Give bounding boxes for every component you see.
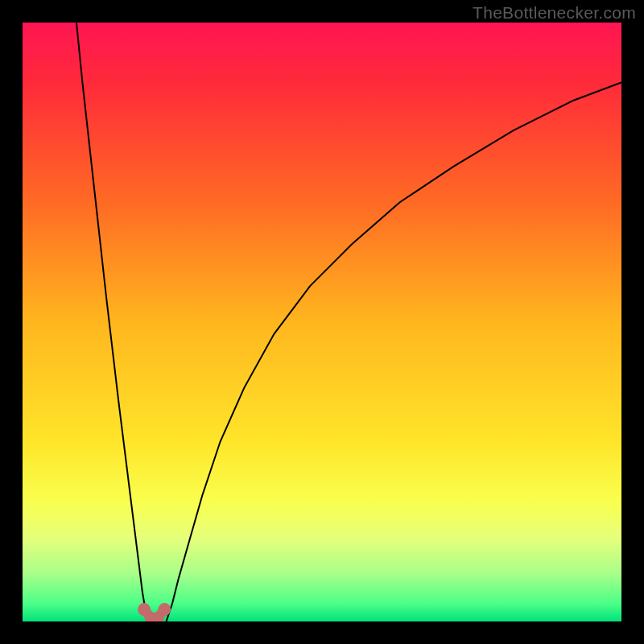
valley-marker-dot	[158, 603, 171, 616]
chart-svg	[23, 23, 621, 621]
chart-frame: TheBottlenecker.com	[0, 0, 644, 644]
watermark-text: TheBottlenecker.com	[473, 3, 636, 23]
chart-background-gradient	[23, 23, 621, 621]
chart-plot-area	[23, 23, 621, 621]
